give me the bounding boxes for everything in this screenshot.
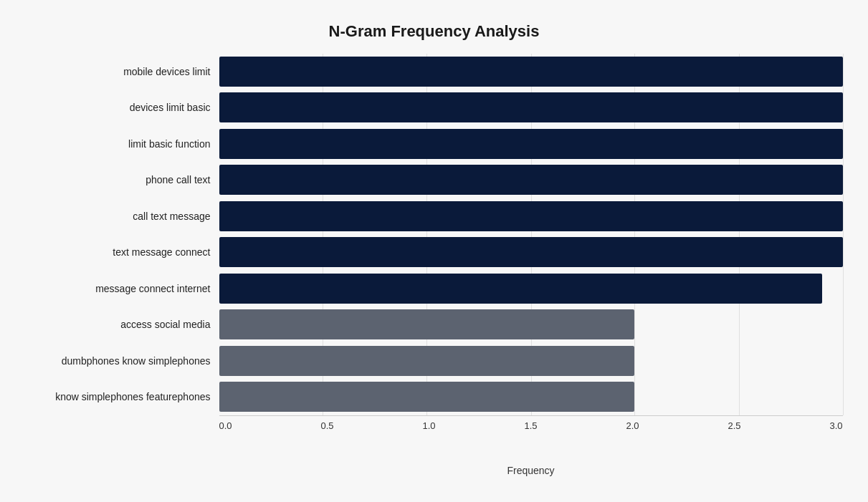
bar-row: know simplephones featurephones (26, 380, 843, 414)
bar-track (219, 57, 843, 87)
bar-row: call text message (26, 200, 843, 233)
bar-label: access social media (26, 319, 219, 330)
bars-section: mobile devices limitdevices limit basicl… (26, 54, 843, 415)
bar-row: phone call text (26, 163, 843, 197)
x-tick: 3.0 (829, 420, 842, 431)
bar-fill (219, 382, 635, 412)
bar-label: know simplephones featurephones (26, 391, 219, 402)
bar-label: text message connect (26, 246, 219, 258)
bar-label: mobile devices limit (26, 66, 219, 77)
bar-label: message connect internet (26, 283, 219, 294)
bar-fill (219, 57, 843, 87)
bar-track (219, 274, 843, 304)
x-tick: 1.0 (422, 420, 435, 431)
bar-track (219, 382, 843, 412)
x-tick: 2.0 (626, 420, 639, 431)
grid-line (843, 54, 844, 415)
bar-track (219, 237, 843, 267)
bar-row: access social media (26, 308, 843, 342)
bar-label: call text message (26, 211, 219, 222)
bar-label: devices limit basic (26, 102, 219, 113)
x-tick: 2.5 (728, 420, 740, 431)
chart-container: N-Gram Frequency Analysis mobile devices… (11, 8, 857, 495)
bar-track (219, 201, 843, 231)
bar-row: mobile devices limit (26, 55, 843, 89)
bar-row: limit basic function (26, 127, 843, 161)
bar-row: dumbphones know simplephones (26, 344, 843, 378)
bar-row: devices limit basic (26, 91, 843, 125)
bar-row: message connect internet (26, 272, 843, 306)
bar-label: dumbphones know simplephones (26, 355, 219, 367)
bar-fill (219, 274, 822, 304)
bar-fill (219, 165, 843, 195)
bar-track (219, 129, 843, 159)
bar-label: limit basic function (26, 138, 219, 150)
bar-fill (219, 346, 635, 376)
x-tick: 1.5 (524, 420, 537, 431)
x-tick: 0.0 (219, 420, 232, 431)
bar-track (219, 92, 843, 122)
x-tick: 0.5 (320, 420, 333, 431)
bar-track (219, 165, 843, 195)
bar-row: text message connect (26, 236, 843, 269)
bar-track (219, 309, 843, 339)
x-ticks: 0.00.51.01.52.02.53.0 (219, 416, 843, 431)
bar-label: phone call text (26, 174, 219, 185)
chart-wrapper: mobile devices limitdevices limit basicl… (26, 54, 843, 455)
x-axis: 0.00.51.01.52.02.53.0 Frequency (219, 415, 843, 455)
bar-fill (219, 237, 843, 267)
bar-fill (219, 309, 635, 339)
chart-title: N-Gram Frequency Analysis (26, 22, 843, 41)
bar-fill (219, 92, 843, 122)
bar-fill (219, 129, 843, 159)
x-axis-label: Frequency (219, 465, 843, 476)
bar-fill (219, 201, 843, 231)
bar-track (219, 346, 843, 376)
